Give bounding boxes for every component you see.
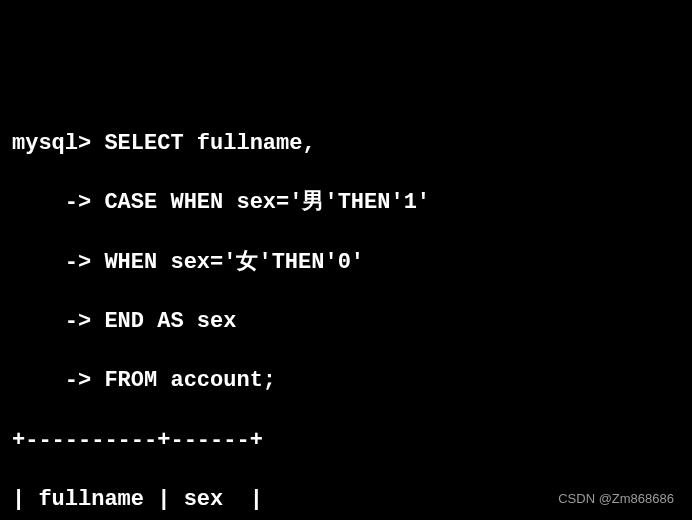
continuation-prompt: -> (12, 250, 104, 275)
table-border: +----------+------+ (12, 426, 680, 456)
watermark: CSDN @Zm868686 (558, 490, 674, 508)
sql-text: CASE WHEN sex='男'THEN'1' (104, 190, 430, 215)
sql-text: END AS sex (104, 309, 236, 334)
sql-prompt-line: mysql> SELECT fullname, (12, 129, 680, 159)
continuation-prompt: -> (12, 190, 104, 215)
sql-cont-line: -> FROM account; (12, 366, 680, 396)
continuation-prompt: -> (12, 368, 104, 393)
sql-cont-line: -> WHEN sex='女'THEN'0' (12, 248, 680, 278)
sql-cont-line: -> END AS sex (12, 307, 680, 337)
sql-text: FROM account; (104, 368, 276, 393)
mysql-prompt: mysql> (12, 131, 104, 156)
sql-cont-line: -> CASE WHEN sex='男'THEN'1' (12, 188, 680, 218)
sql-text: SELECT fullname, (104, 131, 315, 156)
sql-text: WHEN sex='女'THEN'0' (104, 250, 364, 275)
continuation-prompt: -> (12, 309, 104, 334)
